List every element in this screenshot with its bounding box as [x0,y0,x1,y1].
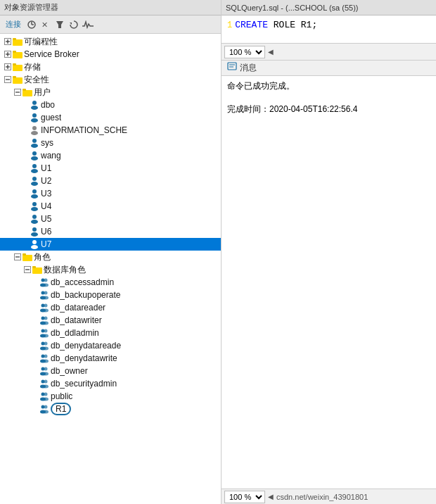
svg-point-33 [31,118,38,122]
svg-point-104 [44,405,48,409]
svg-point-46 [31,194,38,199]
svg-point-47 [32,202,37,206]
zoom-bar-top: 100 % 75 % 125 % ◀ [222,44,436,61]
toolbar-btn-1[interactable] [25,18,38,31]
spacer-u4 [23,201,30,211]
svg-point-31 [31,106,38,110]
tree-item-u1[interactable]: U1 [0,162,221,175]
tree-item-programmability[interactable]: 可编程性 [0,35,221,48]
sql-editor[interactable]: 1CREATE ROLE R1; [222,15,436,44]
toolbar: 连接 ✕ [0,15,221,34]
expand-icon-security[interactable] [3,75,13,84]
tree-item-sys[interactable]: sys [0,137,221,149]
toolbar-btn-3[interactable] [53,18,66,31]
role-icon-db-datareader [39,303,49,313]
svg-point-32 [32,113,37,118]
sql-text: ROLE R1; [268,20,317,30]
svg-point-90 [43,360,49,363]
svg-text:✕: ✕ [41,20,48,29]
folder-icon-programmability [13,37,23,46]
expand-icon-db-roles[interactable] [23,265,32,275]
tree-item-db-owner[interactable]: db_owner [0,365,221,377]
svg-point-100 [44,393,48,396]
label-db-ddladmin: db_ddladmin [51,328,99,338]
svg-rect-25 [13,76,16,78]
role-icon-r1 [39,404,49,414]
tree-item-information-schema[interactable]: i INFORMATION_SCHE [0,124,221,137]
spacer-u5 [23,214,30,224]
connect-button[interactable]: 连接 [3,19,24,30]
user-icon-u5 [30,214,39,224]
spacer-wang [23,151,30,160]
label-programmability: 可编程性 [24,36,58,48]
svg-marker-4 [56,21,63,28]
spacer-public [32,391,39,401]
tree-item-u4[interactable]: U4 [0,200,221,213]
spacer-u3 [23,189,30,199]
label-db-denydatawriter: db_denydatawrite [51,353,117,363]
expand-icon-users[interactable] [13,87,23,97]
tree-item-service-broker[interactable]: Service Broker [0,48,221,61]
tree-item-db-denydatareader[interactable]: db_denydatareade [0,339,221,352]
svg-point-37 [32,139,37,143]
folder-icon-service-broker [13,49,23,59]
svg-point-39 [32,151,37,156]
svg-point-38 [31,144,38,148]
toolbar-btn-4[interactable] [68,18,80,31]
svg-rect-58 [23,253,26,256]
svg-point-106 [43,410,49,414]
svg-point-92 [44,367,48,371]
toolbar-btn-2[interactable]: ✕ [39,18,52,31]
tree-item-db-accessadmin[interactable]: db_accessadmin [0,276,221,289]
expand-icon-storage[interactable] [3,62,13,72]
tree-item-storage[interactable]: 存储 [0,61,221,73]
svg-point-88 [44,355,48,358]
nav-arrow-left[interactable]: ◀ [268,48,274,56]
bottom-nav-left[interactable]: ◀ [268,493,274,500]
results-content: 命令已成功完成。 完成时间：2020-04-05T16:22:56.4 [222,76,436,489]
svg-point-48 [31,207,38,211]
tree-item-u6[interactable]: U6 [0,225,221,238]
label-db-datareader: db_datareader [51,303,105,313]
tree-item-wang[interactable]: wang [0,149,221,162]
sql-editor-header: SQLQuery1.sql - (...SCHOOL (sa (55)) [222,0,436,15]
tree-item-u7[interactable]: U7 [0,238,221,251]
tree-item-u2[interactable]: U2 [0,175,221,187]
user-icon-u7 [30,239,39,249]
tree-item-db-denydatawriter[interactable]: db_denydatawrite [0,352,221,365]
svg-point-68 [44,291,48,295]
label-r1: R1 [51,403,71,415]
tree-item-db-datareader[interactable]: db_datareader [0,301,221,314]
tree-item-public[interactable]: public [0,390,221,403]
expand-icon-service-broker[interactable] [3,49,13,59]
role-icon-db-datawriter [39,315,49,325]
tree-item-guest[interactable]: guest [0,111,221,124]
label-security: 安全性 [24,74,49,86]
toolbar-btn-5[interactable] [82,18,94,31]
expand-icon-roles[interactable] [13,252,23,262]
svg-rect-21 [13,63,16,65]
expand-icon-programmability[interactable] [3,37,13,46]
folder-icon-storage [13,62,23,72]
spacer-db-denydatawriter [32,353,39,363]
label-u3: U3 [41,189,51,199]
spacer-db-accessadmin [32,277,39,287]
zoom-dropdown[interactable]: 100 % 75 % 125 % [224,46,265,58]
tree-item-db-securityadmin[interactable]: db_securityadmin [0,377,221,390]
spacer-db-datawriter [32,315,39,325]
tree-item-users[interactable]: 用户 [0,86,221,99]
bottom-zoom-dropdown[interactable]: 100 % [224,491,265,503]
spacer-u1 [23,163,30,173]
tree-item-r1[interactable]: R1 [0,403,221,415]
tree-item-security[interactable]: 安全性 [0,73,221,86]
tree-item-u3[interactable]: U3 [0,187,221,200]
tree-item-db-backupoperator[interactable]: db_backupoperate [0,289,221,301]
svg-rect-24 [13,77,23,84]
tree-item-db-roles[interactable]: 数据库角色 [0,263,221,276]
tree-item-roles[interactable]: 角色 [0,251,221,263]
svg-rect-16 [13,51,16,53]
tree-item-dbo[interactable]: dbo [0,99,221,111]
tree-item-db-datawriter[interactable]: db_datawriter [0,314,221,327]
tree-item-u5[interactable]: U5 [0,213,221,225]
tree-item-db-ddladmin[interactable]: db_ddladmin [0,327,221,339]
